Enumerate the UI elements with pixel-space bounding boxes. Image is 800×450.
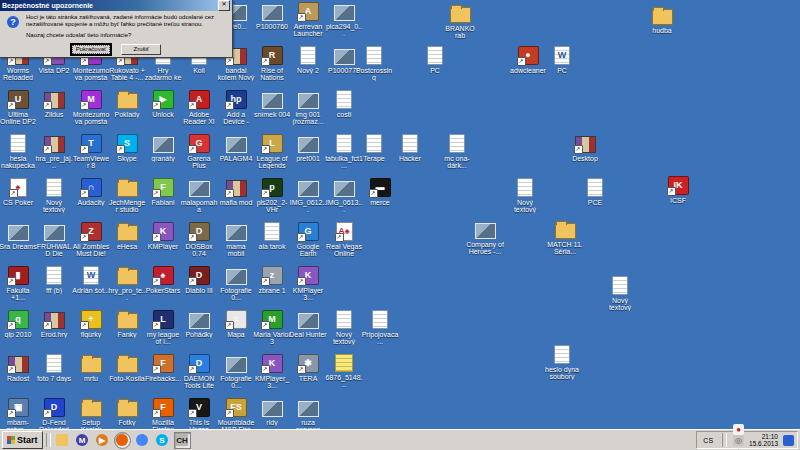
desktop-icon-mc-ona-d-rk[interactable]: mc ona-dárk... (438, 134, 476, 169)
desktop-icon-nov-textov-dokument-2[interactable]: Nový textový dokument (2) (325, 310, 363, 345)
desktop-icon-my-league-of-l[interactable]: L↗my league of l... (144, 310, 182, 345)
start-button[interactable]: Start (2, 431, 43, 449)
desktop-icon-adri-n-ot[interactable]: WAdrián šot... (72, 266, 110, 294)
desktop-icon-all-zombies-must-die[interactable]: Z↗All Zombies Must Die! (72, 222, 110, 257)
desktop-icon-6876-5148[interactable]: 6876_5148... (325, 354, 363, 388)
desktop-icon-company-of-heroes[interactable]: Company of Heroes -... (466, 220, 504, 255)
desktop-icon-zbrane-1[interactable]: z↗zbrane 1 (253, 266, 291, 294)
dialog-title-bar[interactable]: Bezpečnostné upozornenie ✕ (0, 0, 232, 11)
desktop-icon-postcrossing[interactable]: Postcrossing (355, 46, 393, 81)
desktop-icon-pripojovaca[interactable]: Pripojovaca... (361, 310, 399, 345)
desktop-icon-pica294-0[interactable]: pica294_0... (325, 2, 363, 37)
explorer-folder-icon[interactable] (54, 432, 71, 449)
antivirus-tray-icon[interactable]: ● (733, 424, 744, 435)
desktop-icon-pce[interactable]: PCE (576, 178, 614, 206)
desktop-icon-fotografie-0[interactable]: Fotografie 0... (217, 266, 255, 301)
desktop-icon-rise-of-nations-gold[interactable]: R↗Rise of Nations Gold (253, 46, 291, 81)
desktop-icon-tera[interactable]: ✱↗TERA (289, 354, 327, 382)
desktop-icon-zildus[interactable]: ↗Zildus (35, 90, 73, 118)
desktop-icon-pret001[interactable]: pret001 (289, 134, 327, 162)
desktop-icon-fff-b[interactable]: fff (b) (35, 266, 73, 294)
firefox-icon[interactable] (114, 432, 131, 449)
desktop-icon-img-001-rozmaz[interactable]: img 001 (rozmaz... (289, 90, 327, 125)
desktop-icon-nov-textov-dokument[interactable]: Nový textový dokument (35, 178, 73, 213)
desktop-icon-hudba[interactable]: hudba (643, 6, 681, 34)
desktop-icon-sra-dreams[interactable]: Sra Dreams (0, 222, 37, 250)
desktop-icon-fotografie-0[interactable]: Fotografie 0... (217, 354, 255, 389)
desktop-icon-diablo-iii[interactable]: D↗Diablo III (180, 266, 218, 294)
updates-tray-icon[interactable]: ◎ (733, 435, 744, 446)
desktop-icon-nov-2[interactable]: Nový 2 (289, 46, 327, 74)
desktop-icon-setup-kosick[interactable]: Setup Kosick (72, 398, 110, 433)
desktop-icon-adwcleaner[interactable]: ●↗adwcleaner (509, 46, 547, 74)
desktop-icon-fakulta-1[interactable]: ▮↗Fakulta +1... (0, 266, 37, 301)
desktop-icon-mafia-mod[interactable]: ↗mafia mod (217, 178, 255, 206)
desktop-icon-mbam-setup[interactable]: ▣↗mbam-setup... (0, 398, 37, 433)
skype-icon[interactable]: S (154, 432, 171, 449)
ch-app-icon[interactable]: CH (174, 432, 191, 449)
desktop-icon-kmplayer[interactable]: K↗KMPlayer (144, 222, 182, 250)
desktop-icon-maria-varior-3[interactable]: M↗Maria Varior 3 (253, 310, 291, 345)
desktop-icon-gran-ty[interactable]: granáty (144, 134, 182, 162)
desktop-icon-fabiani[interactable]: F↗Fabiani (144, 178, 182, 206)
desktop-icon-jechmenger-studio[interactable]: JechMenger studio (108, 178, 146, 213)
media-player-icon[interactable]: ▶ (94, 432, 111, 449)
desktop-icon-icsf[interactable]: IK↗ICSF (659, 176, 697, 204)
windows-flag-tray-icon[interactable] (783, 435, 794, 446)
desktop-icon-qip-2010[interactable]: q↗qip 2010 (0, 310, 37, 338)
desktop-icon-img-0613[interactable]: IMG_0613... (325, 178, 363, 213)
continue-button[interactable]: Pokračovať (71, 44, 112, 55)
desktop-icon-dosbox-0-74[interactable]: D↗DOSBox 0.74 (180, 222, 218, 257)
desktop-icon-poh-dky[interactable]: Pohádky (180, 310, 218, 338)
desktop-icon-deal-hunter[interactable]: Deal Hunter (289, 310, 327, 338)
desktop-icon-mountblade-m-b-fire-a[interactable]: FS↗Mountblade M&B Fire a... (217, 398, 255, 433)
desktop-icon-kmplayer-3[interactable]: K↗KMPlayer_3... (253, 354, 291, 389)
desktop-icon-fotky[interactable]: Fotky (108, 398, 146, 426)
desktop-icon-ruza-cervena[interactable]: ruza cervena (289, 398, 327, 433)
desktop-icon-this-is-vegas[interactable]: V↗This Is Vegas (180, 398, 218, 433)
desktop-icon-desktop[interactable]: ↗Desktop (566, 134, 604, 162)
desktop-icon-real-vegas-online[interactable]: A♠↗Real Vegas Online (325, 222, 363, 257)
desktop-icon-hesla-nakupecka-mala[interactable]: hesla nakupecka mala (0, 134, 37, 169)
desktop-icon-nov-textov-dokument-4[interactable]: Nový textový dokument (4) (506, 178, 544, 213)
desktop-icon-hry-pro-te[interactable]: hry_pro_te... (108, 266, 146, 301)
desktop-icon-unlock[interactable]: ▶↗Unlock (144, 90, 182, 118)
desktop-icon-pc[interactable]: WPC (543, 46, 581, 74)
desktop-icon-sn-mek-004[interactable]: snímek 004 (253, 90, 291, 118)
desktop-icon-mrtu[interactable]: mrtu (72, 354, 110, 382)
desktop-icon-fr-hwald-die-m-nzen[interactable]: FRÜHWALD Die Münzen... (35, 222, 73, 257)
cancel-button[interactable]: Zrušiť (121, 44, 161, 55)
desktop-icon-hacker[interactable]: Hacker (391, 134, 429, 162)
desktop-icon-aerrevan-launcher[interactable]: A↗Aerrevan Launcher (289, 2, 327, 37)
desktop-icon-foto-kosila[interactable]: Foto-Kosila (108, 354, 146, 382)
desktop-icon-daemon-tools-lite[interactable]: D↗DAEMON Tools Lite (180, 354, 218, 389)
desktop-icon-mozilla-firefox[interactable]: F↗Mozilla Firefox (144, 398, 182, 433)
desktop-icon-img-0612[interactable]: IMG_0612... (289, 178, 327, 213)
desktop-icon-montezumova-pomsta[interactable]: M↗Montezumova pomsta (72, 90, 110, 125)
desktop-icon-google-earth[interactable]: G↗Google Earth (289, 222, 327, 257)
desktop-icon-kmplayer-3[interactable]: K↗KMPlayer 3... (289, 266, 327, 301)
desktop-icon-foto-7-days[interactable]: foto 7 days (35, 354, 73, 382)
desktop-icon-heslo-dyna-soubory[interactable]: heslo dyna soubory (543, 345, 581, 380)
desktop-icon-pls202-2-vhr[interactable]: p↗pls202_2-VHr (253, 178, 291, 213)
desktop-icon-fanky[interactable]: Fanky (108, 310, 146, 338)
desktop-icon-teamviewer-8[interactable]: T↗TeamViewer 8 (72, 134, 110, 169)
desktop-icon-mapa[interactable]: ≡↗Mapa (217, 310, 255, 338)
desktop-icon-pokerstars[interactable]: ♠↗PokerStars (144, 266, 182, 294)
chrome-icon[interactable] (134, 432, 151, 449)
desktop-icon-add-a-device-designjet-p[interactable]: hp↗Add a Device - DesignJet P... (217, 90, 255, 125)
desktop-icon-ridy[interactable]: ridy (253, 398, 291, 426)
desktop-icon-league-of-legends[interactable]: L↗League of Legends (253, 134, 291, 169)
desktop-icon-nov-textov-dokument-5[interactable]: Nový textový dokument (5) (601, 276, 639, 311)
desktop-icon-ultima-online-dp2[interactable]: U↗Ultima Online DP2 (0, 90, 37, 125)
desktop-icon-pc[interactable]: PC (416, 46, 454, 74)
desktop-icon-poklady[interactable]: Poklady (108, 90, 146, 118)
desktop-icon-ala-tarok[interactable]: ala tarok (253, 222, 291, 250)
desktop-icon-garena-plus[interactable]: G↗Garena Plus (180, 134, 218, 169)
desktop-icon-skype[interactable]: S↗Skype (108, 134, 146, 162)
desktop-icon-costi[interactable]: costi (325, 90, 363, 118)
desktop-icon-match-11-s-ria[interactable]: MATCH 11. Séria... (546, 220, 584, 255)
desktop-icon-ehesa[interactable]: eHesa (108, 222, 146, 250)
desktop-icon-merce[interactable]: ▬↗merce (361, 178, 399, 206)
desktop-icon-firebacks[interactable]: F↗Firebacks... (144, 354, 182, 382)
